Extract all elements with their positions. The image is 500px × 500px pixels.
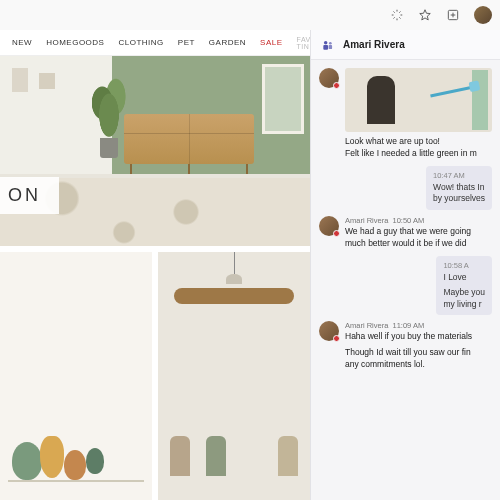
timestamp: 10:47 AM <box>433 171 485 181</box>
reply-text: Maybe you <box>443 287 485 298</box>
nav-new[interactable]: NEW <box>12 38 32 47</box>
sparkle-icon[interactable] <box>390 8 404 22</box>
chat-header: Amari Rivera <box>311 30 500 60</box>
nav-clothing[interactable]: CLOTHING <box>118 38 163 47</box>
product-grid <box>0 246 310 500</box>
chat-contact-name[interactable]: Amari Rivera <box>343 39 405 50</box>
status-busy-icon <box>333 230 340 237</box>
collections-icon[interactable] <box>446 8 460 22</box>
browser-pane: NEW HOMEGOODS CLOTHING PET GARDEN SALE F… <box>0 30 310 500</box>
message-3: Amari Rivera 11:09 AM Haha well if you b… <box>319 321 492 371</box>
message-text: much better would it be if we did <box>345 238 492 250</box>
reply-text: my living r <box>443 299 485 310</box>
reply-text: I Love <box>443 272 485 283</box>
site-nav: NEW HOMEGOODS CLOTHING PET GARDEN SALE F… <box>0 30 310 56</box>
profile-avatar[interactable] <box>474 6 492 24</box>
hero-room-illustration <box>0 56 310 246</box>
avatar[interactable] <box>319 68 339 88</box>
message-text: Felt like I needed a little green in m <box>345 148 492 160</box>
message-1: Look what we are up too! Felt like I nee… <box>319 68 492 160</box>
nav-garden[interactable]: GARDEN <box>209 38 246 47</box>
nav-homegoods[interactable]: HOMEGOODS <box>46 38 104 47</box>
message-2: Amari Rivera 10:50 AM We had a guy that … <box>319 216 492 250</box>
favorite-star-icon[interactable] <box>418 8 432 22</box>
message-meta: Amari Rivera 11:09 AM <box>345 321 492 330</box>
hero-banner[interactable]: ON <box>0 56 310 246</box>
message-meta: Amari Rivera 10:50 AM <box>345 216 492 225</box>
nav-sale[interactable]: SALE <box>260 38 282 47</box>
status-busy-icon <box>333 82 340 89</box>
teams-icon <box>321 38 335 52</box>
svg-point-3 <box>329 41 332 44</box>
timestamp: 10:58 A <box>443 261 485 271</box>
reply-1: 10:47 AM Wow! thats In by yourselves <box>426 166 492 210</box>
chat-body[interactable]: Look what we are up too! Felt like I nee… <box>311 60 500 500</box>
reply-text: Wow! thats In <box>433 182 485 193</box>
reply-text: by yourselves <box>433 193 485 204</box>
avatar[interactable] <box>319 216 339 236</box>
status-busy-icon <box>333 335 340 342</box>
message-text: Look what we are up too! <box>345 136 492 148</box>
reply-2: 10:58 A I Love Maybe you my living r <box>436 256 492 316</box>
message-text: Though Id wait till you saw our fin <box>345 347 492 359</box>
browser-title-bar <box>0 0 500 30</box>
message-text: We had a guy that we were going <box>345 226 492 238</box>
message-image[interactable] <box>345 68 492 132</box>
svg-marker-0 <box>420 10 431 20</box>
svg-point-2 <box>324 40 328 44</box>
hero-label: ON <box>0 177 59 214</box>
tile-dining[interactable] <box>158 252 310 500</box>
nav-pet[interactable]: PET <box>178 38 195 47</box>
content-row: NEW HOMEGOODS CLOTHING PET GARDEN SALE F… <box>0 30 500 500</box>
svg-rect-4 <box>323 45 328 50</box>
svg-rect-5 <box>329 45 333 49</box>
message-text: Haha well if you buy the materials <box>345 331 492 343</box>
nav-favorites[interactable]: FAVORITES TIN <box>297 36 310 50</box>
teams-chat-pane: Amari Rivera Look what we are up too! Fe… <box>310 30 500 500</box>
message-text: any commitments lol. <box>345 359 492 371</box>
tile-vases[interactable] <box>0 252 152 500</box>
avatar[interactable] <box>319 321 339 341</box>
